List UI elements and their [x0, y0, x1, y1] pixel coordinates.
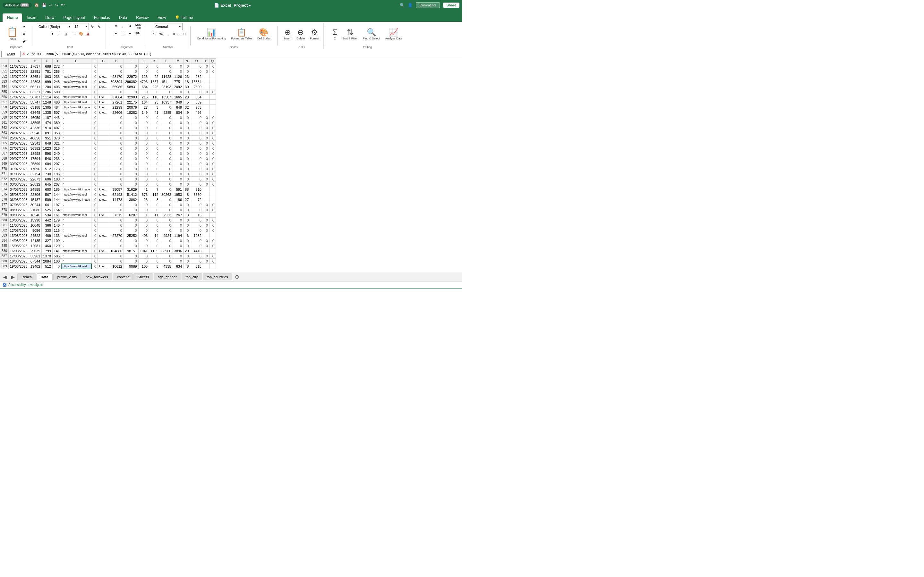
cell-m561[interactable]: 0	[173, 120, 183, 125]
cell-i564[interactable]: 0	[124, 135, 138, 141]
cell-h564[interactable]: 0	[109, 135, 124, 141]
cell-f550[interactable]: 0	[91, 64, 98, 69]
cell-o556[interactable]: 554	[190, 95, 203, 100]
font-color-button[interactable]: A	[85, 31, 91, 37]
col-header-l[interactable]: L	[160, 59, 173, 64]
cell-q554[interactable]	[209, 84, 216, 89]
cell-h553[interactable]: 308394	[109, 79, 124, 84]
bold-button[interactable]: B	[49, 31, 55, 37]
cell-p576[interactable]	[203, 197, 209, 202]
cell-q589[interactable]	[209, 264, 216, 269]
col-header-a[interactable]: A	[8, 59, 29, 64]
cell-n556[interactable]: 28	[184, 95, 190, 100]
cell-m562[interactable]: 0	[173, 125, 183, 131]
cell-k562[interactable]: 0	[149, 125, 160, 131]
cell-d557[interactable]: 480	[52, 100, 61, 105]
cell-p583[interactable]	[203, 233, 209, 238]
cell-l586[interactable]: 38966	[160, 248, 173, 253]
cell-e563[interactable]: 0	[61, 131, 91, 135]
cell-a584[interactable]: 14/08/2023	[8, 238, 29, 243]
cell-d588[interactable]: 100	[52, 259, 61, 264]
cell-q574[interactable]	[209, 187, 216, 192]
cell-g573[interactable]	[98, 182, 109, 187]
cell-b587[interactable]: 33961	[29, 253, 42, 259]
sum-button[interactable]: Σ Σ	[330, 27, 339, 41]
cell-e570[interactable]: 0	[61, 166, 91, 171]
cell-m558[interactable]: 649	[173, 105, 183, 110]
cell-f579[interactable]: 0	[91, 213, 98, 218]
cell-d580[interactable]: 179	[52, 218, 61, 223]
row-header[interactable]: 562	[0, 125, 9, 131]
cell-o551[interactable]: 0	[190, 69, 203, 74]
cell-m577[interactable]: 0	[173, 202, 183, 207]
cell-p563[interactable]: 0	[203, 131, 209, 135]
cell-m587[interactable]: 0	[173, 253, 183, 259]
cell-a564[interactable]: 25/07/2023	[8, 135, 29, 141]
cell-p552[interactable]	[203, 74, 209, 79]
cell-n570[interactable]: 0	[184, 166, 190, 171]
cell-m586[interactable]: 3896	[173, 248, 183, 253]
cell-i552[interactable]: 22972	[124, 74, 138, 79]
cell-a554[interactable]: 15/07/2023	[8, 84, 29, 89]
cell-g584[interactable]	[98, 238, 109, 243]
cell-i567[interactable]: 0	[124, 151, 138, 156]
cell-g557[interactable]: Lifetime	[98, 100, 109, 105]
cell-h573[interactable]: 0	[109, 182, 124, 187]
cell-b586[interactable]: 29039	[29, 248, 42, 253]
row-header[interactable]: 564	[0, 135, 9, 141]
cell-a583[interactable]: 13/08/2023	[8, 233, 29, 238]
cell-h560[interactable]: 0	[109, 115, 124, 120]
cell-p555[interactable]: 0	[203, 89, 209, 95]
sheet-tab-new-followers[interactable]: new_followers	[81, 274, 112, 280]
cell-j561[interactable]: 0	[138, 120, 149, 125]
cell-d568[interactable]: 236	[52, 156, 61, 161]
cell-k579[interactable]: 11	[149, 213, 160, 218]
cell-n551[interactable]: 0	[184, 69, 190, 74]
cell-o583[interactable]: 1232	[190, 233, 203, 238]
tab-review[interactable]: Review	[132, 13, 153, 22]
row-header[interactable]: 584	[0, 238, 9, 243]
row-header[interactable]: 588	[0, 259, 9, 264]
cell-e568[interactable]: 0	[61, 156, 91, 161]
cell-h561[interactable]: 0	[109, 120, 124, 125]
cell-k550[interactable]: 0	[149, 64, 160, 69]
cell-q587[interactable]: 0	[209, 253, 216, 259]
cell-k553[interactable]: 1867	[149, 79, 160, 84]
percent-button[interactable]: %	[158, 31, 164, 37]
cell-f554[interactable]: 0	[91, 84, 98, 89]
cell-h580[interactable]: 0	[109, 218, 124, 223]
cell-q568[interactable]: 0	[209, 156, 216, 161]
cell-c564[interactable]: 951	[42, 135, 52, 141]
cell-i560[interactable]: 0	[124, 115, 138, 120]
row-header[interactable]: 569	[0, 161, 9, 166]
cell-g554[interactable]: Lifetime	[98, 84, 109, 89]
cell-p554[interactable]	[203, 84, 209, 89]
cell-c576[interactable]: 509	[42, 197, 52, 202]
comma-button[interactable]: ,	[165, 31, 171, 37]
cell-k578[interactable]: 0	[149, 207, 160, 213]
cell-h558[interactable]: 21299	[109, 105, 124, 110]
cell-e574[interactable]: https://www.IG image	[61, 187, 91, 192]
cell-g570[interactable]	[98, 166, 109, 171]
row-header[interactable]: 582	[0, 228, 9, 233]
cell-q560[interactable]: 0	[209, 115, 216, 120]
align-bottom-button[interactable]: ⬇	[127, 23, 133, 29]
cell-b552[interactable]: 32651	[29, 74, 42, 79]
cell-l560[interactable]: 0	[160, 115, 173, 120]
cell-i551[interactable]: 0	[124, 69, 138, 74]
row-header[interactable]: 583	[0, 233, 9, 238]
cell-a585[interactable]: 15/08/2023	[8, 243, 29, 248]
cell-a582[interactable]: 12/08/2023	[8, 228, 29, 233]
cell-a580[interactable]: 10/08/2023	[8, 218, 29, 223]
cell-p589[interactable]	[203, 264, 209, 269]
cell-b589[interactable]: 19402	[29, 264, 42, 269]
increase-decimal-button[interactable]: .0→	[172, 31, 178, 37]
align-right-button[interactable]: ≡	[127, 30, 133, 37]
cell-o580[interactable]: 0	[190, 218, 203, 223]
cell-o588[interactable]: 0	[190, 259, 203, 264]
cell-p562[interactable]: 0	[203, 125, 209, 131]
cell-o561[interactable]: 0	[190, 120, 203, 125]
cell-p560[interactable]: 0	[203, 115, 209, 120]
row-header[interactable]: 555	[0, 89, 9, 95]
cut-button[interactable]: ✂	[21, 24, 27, 30]
